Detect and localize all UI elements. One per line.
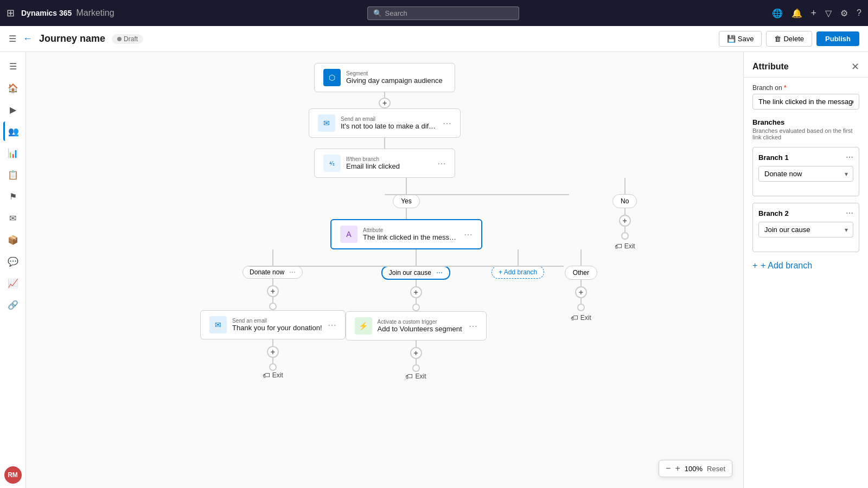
join-label[interactable]: Join our cause ⋯ xyxy=(381,266,450,280)
custom-trigger-node[interactable]: ⚡ Activate a custom trigger Add to Volun… xyxy=(346,311,487,341)
yes-no-split: Yes A Attribute The link clicked in the … xyxy=(37,178,732,381)
send-email-2-node[interactable]: ✉ Send an email Thank you for your donat… xyxy=(200,310,346,339)
add-btn-1[interactable]: + xyxy=(379,98,391,108)
segment-node[interactable]: ⬡ Segment Giving day campaign audience xyxy=(314,63,455,92)
branch-on-select[interactable]: The link clicked in the message xyxy=(752,94,859,110)
yes-node[interactable]: Yes xyxy=(393,194,420,208)
sidebar-mail-icon[interactable]: ✉ xyxy=(3,208,23,228)
back-button[interactable]: ← xyxy=(23,33,33,44)
delete-button[interactable]: 🗑 Delete xyxy=(766,31,812,47)
sidebar-box-icon[interactable]: 📦 xyxy=(3,230,23,249)
yes-no-arms: Yes A Attribute The link clicked in the … xyxy=(200,178,569,381)
exit-flag-1: 🏷 xyxy=(263,371,270,380)
segment-icon: ⬡ xyxy=(323,69,341,86)
grid-icon[interactable]: ⊞ xyxy=(7,7,15,19)
save-icon: 💾 xyxy=(727,35,736,43)
zoom-in-button[interactable]: + xyxy=(675,464,680,473)
bell-icon[interactable]: 🔔 xyxy=(792,8,802,18)
ifthen-more[interactable]: ⋯ xyxy=(437,158,446,169)
panel-close-button[interactable]: ✕ xyxy=(851,61,859,73)
exit-flag-2: 🏷 xyxy=(405,372,413,381)
add-icon[interactable]: + xyxy=(811,8,817,19)
sidebar-analytics-icon[interactable]: 📈 xyxy=(3,273,23,293)
join-vline-5 xyxy=(416,359,417,364)
three-way-split: Donate now ⋯ + ✉ xyxy=(200,249,612,381)
settings-icon[interactable]: ⚙ xyxy=(840,8,848,18)
save-button[interactable]: 💾 Save xyxy=(719,31,762,47)
branches-desc: Branches evaluated based on the first li… xyxy=(752,127,859,140)
publish-button[interactable]: Publish xyxy=(816,31,859,46)
yes-vline-1 xyxy=(406,178,407,194)
help-icon[interactable]: ? xyxy=(857,8,861,18)
branch-2-card: Branch 2 ⋯ Join our cause xyxy=(752,203,859,252)
sub-header: ☰ ← Journey name Draft 💾 Save 🗑 Delete P… xyxy=(0,26,868,52)
panel-body: Branch on * The link clicked in the mess… xyxy=(744,78,868,488)
reset-zoom-button[interactable]: Reset xyxy=(707,465,725,473)
no-add-btn[interactable]: + xyxy=(619,215,631,227)
sidebar-people-icon[interactable]: 👥 xyxy=(3,121,23,141)
branches-section: Branches Branches evaluated based on the… xyxy=(752,118,859,273)
other-vline-1 xyxy=(580,249,582,266)
sidebar-play-icon[interactable]: ▶ xyxy=(3,100,23,119)
donate-add-btn[interactable]: + xyxy=(267,285,279,297)
donate-more[interactable]: ⋯ xyxy=(289,268,296,276)
sidebar-flag-icon[interactable]: ⚑ xyxy=(3,187,23,206)
branch-2-select[interactable]: Join our cause xyxy=(758,222,853,237)
send-email-1-node[interactable]: ✉ Send an email It's not too late to mak… xyxy=(309,108,461,138)
email-1-more[interactable]: ⋯ xyxy=(443,118,451,129)
branch-1-more[interactable]: ⋯ xyxy=(846,153,853,162)
join-circle xyxy=(412,304,420,311)
add-branch-button[interactable]: + + Add branch xyxy=(752,259,859,273)
branch-1-select[interactable]: Donate now xyxy=(758,166,853,182)
email-2-more[interactable]: ⋯ xyxy=(328,320,336,330)
join-more[interactable]: ⋯ xyxy=(436,269,443,277)
user-avatar[interactable]: RM xyxy=(4,466,22,484)
email-2-label: Send an email xyxy=(232,318,322,324)
add-branch-node[interactable]: + Add branch xyxy=(492,266,544,279)
branch-2-more[interactable]: ⋯ xyxy=(846,209,853,217)
zoom-level: 100% xyxy=(685,465,703,473)
no-node[interactable]: No xyxy=(612,194,637,208)
trigger-icon: ⚡ xyxy=(355,317,372,335)
attribute-node[interactable]: A Attribute The link clicked in the mess… xyxy=(330,219,482,249)
donate-circle-2 xyxy=(269,363,277,371)
yes-vline-2 xyxy=(406,208,407,219)
donate-label[interactable]: Donate now ⋯ xyxy=(242,266,303,279)
join-add-btn[interactable]: + xyxy=(410,286,422,298)
search-bar[interactable]: 🔍 xyxy=(367,7,519,20)
email-2-content: Send an email Thank you for your donatio… xyxy=(232,318,322,332)
branch-2-select-wrapper: Join our cause xyxy=(758,222,853,237)
email-2-title: Thank you for your donation! xyxy=(232,324,322,332)
join-add-btn-2[interactable]: + xyxy=(410,347,422,359)
sidebar-list-icon[interactable]: 📋 xyxy=(3,165,23,184)
journey-canvas[interactable]: ⬡ Segment Giving day campaign audience +… xyxy=(26,52,743,488)
attribute-more[interactable]: ⋯ xyxy=(464,229,473,240)
branch-1-select-wrapper: Donate now xyxy=(758,166,853,182)
sidebar-chart-icon[interactable]: 📊 xyxy=(3,143,23,163)
sidebar-home-icon[interactable]: 🏠 xyxy=(3,78,23,98)
zoom-out-button[interactable]: − xyxy=(666,464,671,473)
sidebar-menu-icon[interactable]: ☰ xyxy=(3,56,23,76)
trigger-more[interactable]: ⋯ xyxy=(469,321,477,331)
yes-arm: Yes A Attribute The link clicked in the … xyxy=(200,178,612,381)
sidebar-link-icon[interactable]: 🔗 xyxy=(3,295,23,314)
home-icon[interactable]: 🌐 xyxy=(772,8,783,18)
other-add-btn[interactable]: + xyxy=(575,286,587,298)
donate-vline-4 xyxy=(272,339,273,346)
filter-icon[interactable]: ▽ xyxy=(825,8,832,18)
donate-vline-2 xyxy=(272,279,273,285)
draft-dot xyxy=(117,37,122,41)
donate-add-btn-2[interactable]: + xyxy=(267,346,279,358)
ifthen-node[interactable]: ⁴∕₂ If/then branch Email link clicked ⋯ xyxy=(314,149,455,178)
other-label[interactable]: Other xyxy=(565,266,597,280)
branch-2-header: Branch 2 ⋯ xyxy=(758,209,853,217)
donate-vline-5 xyxy=(272,358,273,363)
segment-label: Segment xyxy=(346,70,446,76)
ifthen-icon: ⁴∕₂ xyxy=(323,155,341,172)
hamburger-icon[interactable]: ☰ xyxy=(9,34,16,44)
no-arm: No + 🏷 Exit xyxy=(612,178,637,251)
sidebar-chat-icon[interactable]: 💬 xyxy=(3,252,23,271)
join-vline-3 xyxy=(416,298,417,304)
search-input[interactable] xyxy=(385,9,513,17)
ifthen-content: If/then branch Email link clicked xyxy=(346,156,432,170)
